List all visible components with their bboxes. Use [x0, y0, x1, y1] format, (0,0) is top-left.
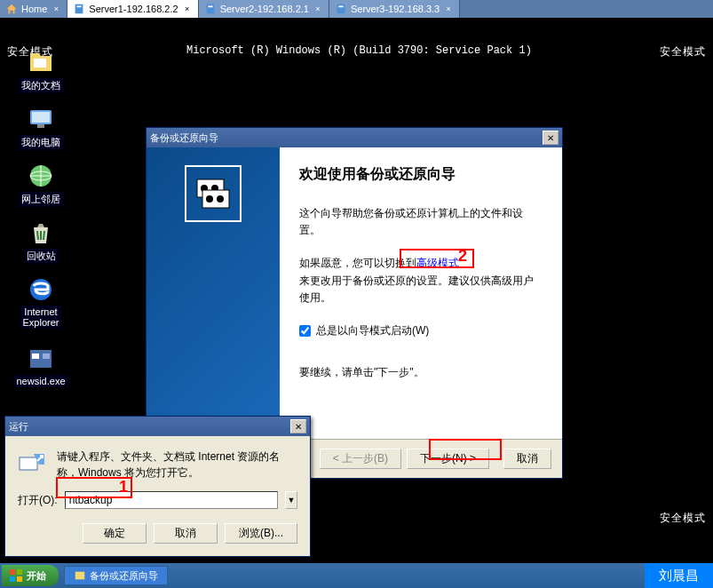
- svg-rect-27: [75, 572, 85, 580]
- wizard-p2b: 来更改用于备份或还原的设置。建议仅供高级用户使用。: [299, 274, 534, 304]
- desktop-icon-label: 回收站: [24, 249, 59, 264]
- wizard-p3: 要继续，请单击"下一步"。: [299, 364, 543, 381]
- tab-server3[interactable]: Server3-192.168.3.3 ×: [329, 0, 460, 18]
- svg-rect-4: [337, 4, 345, 14]
- tab-server3-label: Server3-192.168.3.3: [351, 4, 440, 14]
- close-icon[interactable]: ×: [182, 4, 193, 14]
- taskbar: 开始 备份或还原向导 刘晨昌: [0, 563, 713, 588]
- windows-logo-icon: [9, 568, 23, 583]
- computer-icon: [27, 105, 55, 133]
- advanced-mode-link[interactable]: 高级模式: [416, 257, 459, 269]
- svg-rect-2: [206, 4, 214, 14]
- svg-rect-25: [10, 576, 15, 582]
- tab-home[interactable]: Home ×: [0, 0, 67, 18]
- start-label: 开始: [27, 569, 46, 583]
- desktop-icon-label: newsid.exe: [13, 375, 67, 387]
- close-icon[interactable]: ×: [313, 4, 323, 14]
- run-buttons: 确定 取消 浏览(B)...: [18, 520, 297, 544]
- svg-rect-0: [75, 4, 83, 14]
- titlebar[interactable]: 备份或还原向导 ✕: [147, 128, 562, 147]
- cancel-button[interactable]: 取消: [503, 449, 551, 469]
- name-tag: 刘晨昌: [645, 563, 713, 588]
- svg-point-20: [206, 195, 213, 203]
- svg-rect-24: [17, 569, 22, 575]
- always-wizard-checkbox[interactable]: [299, 325, 311, 337]
- recycle-icon: [27, 219, 55, 247]
- run-input-row: 打开(O): ▼: [18, 491, 297, 509]
- desktop-icon-label: Internet Explorer: [20, 306, 62, 329]
- tab-server2[interactable]: Server2-192.168.2.1 ×: [199, 0, 329, 18]
- wizard-p2a: 如果愿意，您可以切换到: [299, 257, 416, 269]
- tab-server1[interactable]: Server1-192.168.2.2 ×: [67, 0, 198, 18]
- back-button: < 上一步(B): [320, 449, 401, 469]
- svg-rect-15: [43, 354, 50, 359]
- tab-server1-label: Server1-192.168.2.2: [89, 4, 178, 14]
- close-button[interactable]: ✕: [290, 419, 306, 433]
- server-icon: [335, 3, 347, 15]
- svg-rect-14: [32, 354, 39, 359]
- wizard-checkbox-row: 总是以向导模式启动(W): [299, 322, 543, 339]
- ie-icon: [27, 275, 55, 304]
- wizard-p2: 如果愿意，您可以切换到高级模式 来更改用于备份或还原的设置。建议仅供高级用户使用…: [299, 255, 543, 306]
- browse-button[interactable]: 浏览(B)...: [225, 523, 297, 544]
- run-desc: 请键入程序、文件夹、文档或 Internet 资源的名称，Windows 将为您…: [57, 449, 297, 481]
- server-icon: [73, 3, 85, 15]
- run-top: 请键入程序、文件夹、文档或 Internet 资源的名称，Windows 将为您…: [18, 449, 297, 481]
- desktop-icon-ie[interactable]: Internet Explorer: [14, 275, 67, 329]
- backup-icon: [185, 165, 242, 222]
- wizard-sidebar: [147, 147, 280, 439]
- next-button[interactable]: 下一步(N) >: [407, 449, 489, 469]
- desktop-icon-label: 我的文档: [19, 78, 63, 93]
- wizard-heading: 欢迎使用备份或还原向导: [299, 165, 543, 184]
- desktop-icon-mydocs[interactable]: 我的文档: [14, 48, 67, 93]
- dropdown-arrow-icon[interactable]: ▼: [285, 491, 297, 509]
- svg-rect-22: [20, 457, 37, 470]
- wizard-main: 欢迎使用备份或还原向导 这个向导帮助您备份或还原计算机上的文件和设置。 如果愿意…: [280, 147, 562, 439]
- tab-server2-label: Server2-192.168.2.1: [220, 4, 309, 14]
- desktop-icon-label: 网上邻居: [19, 192, 63, 207]
- open-label: 打开(O):: [18, 493, 58, 508]
- server-icon: [204, 3, 217, 15]
- close-icon[interactable]: ×: [51, 4, 61, 14]
- titlebar-text: 备份或还原向导: [150, 131, 541, 145]
- close-icon[interactable]: ×: [443, 4, 454, 14]
- app-icon: [74, 569, 86, 582]
- taskbar-item-backup[interactable]: 备份或还原向导: [64, 566, 168, 585]
- titlebar[interactable]: 运行 ✕: [5, 417, 310, 436]
- titlebar-text: 运行: [9, 420, 289, 433]
- desktop-icon-recycle[interactable]: 回收站: [14, 219, 67, 264]
- svg-rect-5: [338, 6, 343, 8]
- svg-rect-9: [37, 124, 44, 128]
- browser-tab-bar: Home × Server1-192.168.2.2 × Server2-192…: [0, 0, 713, 18]
- run-icon: [18, 449, 46, 477]
- svg-rect-3: [208, 6, 212, 8]
- safe-mode-text: 安全模式: [660, 511, 706, 526]
- svg-rect-6: [34, 59, 46, 68]
- home-icon: [5, 3, 18, 15]
- taskbar-item-label: 备份或还原向导: [90, 569, 158, 583]
- exe-icon: [27, 345, 55, 373]
- ok-button[interactable]: 确定: [83, 523, 147, 544]
- run-body: 请键入程序、文件夹、文档或 Internet 资源的名称，Windows 将为您…: [5, 436, 310, 556]
- desktop-icon-newsid[interactable]: newsid.exe: [14, 345, 67, 387]
- safe-mode-text: 安全模式: [660, 44, 706, 60]
- start-button[interactable]: 开始: [2, 565, 59, 586]
- svg-rect-8: [32, 112, 50, 123]
- documents-icon: [27, 48, 55, 76]
- desktop-icon-label: 我的电脑: [19, 135, 63, 150]
- checkbox-label: 总是以向导模式启动(W): [316, 322, 429, 339]
- run-input[interactable]: [65, 491, 278, 509]
- desktop-icon-network[interactable]: 网上邻居: [14, 162, 67, 207]
- svg-rect-1: [77, 6, 82, 8]
- svg-rect-26: [17, 576, 22, 582]
- cancel-button[interactable]: 取消: [154, 523, 218, 544]
- svg-point-21: [217, 195, 224, 203]
- windows-build-text: Microsoft (R) Windows (R) (Build 3790: S…: [186, 44, 532, 57]
- close-button[interactable]: ✕: [543, 131, 559, 145]
- network-icon: [27, 162, 55, 190]
- wizard-body: 欢迎使用备份或还原向导 这个向导帮助您备份或还原计算机上的文件和设置。 如果愿意…: [147, 147, 562, 439]
- run-dialog: 运行 ✕ 请键入程序、文件夹、文档或 Internet 资源的名称，Window…: [4, 416, 311, 557]
- desktop-icon-mycomputer[interactable]: 我的电脑: [14, 105, 67, 150]
- wizard-p1: 这个向导帮助您备份或还原计算机上的文件和设置。: [299, 205, 543, 239]
- tab-home-label: Home: [21, 4, 47, 14]
